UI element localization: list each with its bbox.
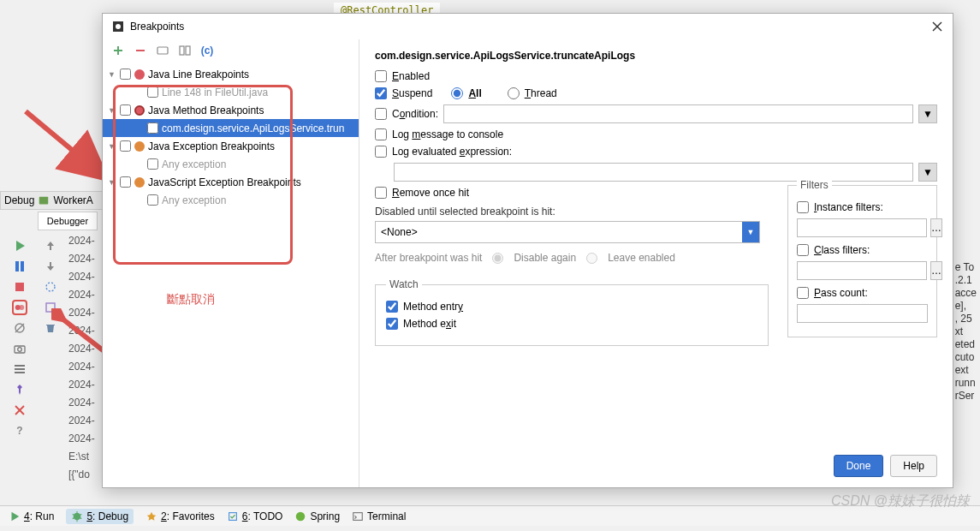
tree-view-button[interactable] <box>178 44 192 57</box>
mute-breakpoints-button[interactable] <box>12 320 27 336</box>
suspend-checkbox[interactable] <box>375 87 387 99</box>
debug-vertical-toolbar-2 <box>41 238 60 336</box>
breakpoint-checkbox[interactable] <box>147 158 158 170</box>
code-gutter-right: e To.2.1accee],, 25xtetedcutoextrunnrSer <box>955 261 977 403</box>
class-filters-input[interactable] <box>797 261 927 280</box>
tab-worker[interactable]: WorkerA <box>53 194 92 206</box>
debug-toolwindow-tabs: Debug WorkerA <box>0 191 107 210</box>
remove-once-checkbox[interactable] <box>375 187 387 199</box>
svg-point-20 <box>296 511 306 521</box>
dialog-close-button[interactable] <box>930 20 944 33</box>
view-breakpoints-button[interactable] <box>12 300 27 315</box>
suspend-all-radio[interactable] <box>451 87 463 99</box>
group-checkbox[interactable] <box>120 69 131 80</box>
tree-item-js-anyexception[interactable]: Any exception <box>103 191 359 209</box>
trash-button[interactable] <box>43 320 58 336</box>
method-exit-checkbox[interactable] <box>386 318 398 330</box>
pin-button[interactable] <box>12 382 27 397</box>
log-eval-label: Log evaluated expression: <box>392 146 512 158</box>
done-button[interactable]: Done <box>834 455 884 477</box>
condition-expand-button[interactable]: ▼ <box>918 104 937 123</box>
close-icon[interactable] <box>12 403 27 418</box>
step-filter-button[interactable] <box>43 279 58 295</box>
class-filters-label: Class filters: <box>814 244 870 256</box>
breakpoint-checkbox[interactable] <box>147 87 158 98</box>
group-by-button[interactable] <box>156 44 169 57</box>
bottom-todo[interactable]: 6: TODO <box>227 510 283 522</box>
remove-once-label: Remove once hit <box>392 187 469 199</box>
chevron-down-icon: ▼ <box>742 222 759 242</box>
log-message-label: Log message to console <box>392 128 503 140</box>
help-button[interactable]: Help <box>890 455 937 477</box>
bottom-debug[interactable]: 5: Debug <box>66 509 134 524</box>
dialog-titlebar: Breakpoints <box>103 14 953 39</box>
tree-group-java-method[interactable]: ▼Java Method Breakpoints <box>103 101 359 119</box>
pause-button[interactable] <box>12 259 27 274</box>
breakpoint-checkbox[interactable] <box>147 194 158 206</box>
bottom-run[interactable]: 4: 4: RunRun <box>9 510 54 522</box>
group-checkbox[interactable] <box>120 176 131 188</box>
dialog-footer: Done Help <box>834 455 937 477</box>
tree-group-java-exception[interactable]: ▼Java Exception Breakpoints <box>103 137 359 155</box>
pass-count-input[interactable] <box>797 304 928 323</box>
settings-button[interactable] <box>12 361 27 377</box>
filter-button[interactable]: (c) <box>200 44 214 57</box>
enabled-checkbox[interactable] <box>375 70 387 82</box>
pass-count-checkbox[interactable] <box>797 287 809 299</box>
group-checkbox[interactable] <box>120 104 131 116</box>
svg-rect-21 <box>353 512 363 520</box>
tree-group-js-exception[interactable]: ▼JavaScript Exception Breakpoints <box>103 173 359 191</box>
bottom-terminal[interactable]: Terminal <box>352 510 406 522</box>
log-eval-expand-button[interactable]: ▼ <box>918 163 937 182</box>
remove-breakpoint-button[interactable] <box>134 44 147 57</box>
svg-point-9 <box>18 348 22 352</box>
instance-filters-label: Instance filters: <box>814 201 883 213</box>
log-eval-input[interactable] <box>394 163 913 182</box>
stop-button[interactable] <box>12 279 27 295</box>
svg-rect-31 <box>157 47 168 54</box>
breakpoint-checkbox[interactable] <box>147 122 158 134</box>
disable-again-radio[interactable] <box>492 253 503 264</box>
instance-filters-checkbox[interactable] <box>797 201 809 213</box>
tab-debug[interactable]: Debug <box>4 194 34 206</box>
breakpoints-dialog: Breakpoints (c) ▼Java Line Breakpoints L… <box>102 13 953 488</box>
annotation-text: 斷點取消 <box>167 292 215 307</box>
add-breakpoint-button[interactable] <box>111 44 125 57</box>
tree-group-java-line[interactable]: ▼Java Line Breakpoints <box>103 65 359 83</box>
step-up-button[interactable] <box>43 238 58 254</box>
svg-point-16 <box>46 283 55 291</box>
condition-input[interactable] <box>443 104 913 123</box>
tree-item-anyexception[interactable]: Any exception <box>103 155 359 173</box>
watch-fieldset-title: Watch <box>386 278 422 290</box>
class-filters-browse[interactable]: … <box>930 261 942 280</box>
group-checkbox[interactable] <box>120 140 131 152</box>
camera-button[interactable] <box>12 341 27 356</box>
suspend-thread-radio[interactable] <box>508 87 520 99</box>
instance-filters-browse[interactable]: … <box>930 218 942 237</box>
tree-item-apilogs[interactable]: com.design.service.ApiLogsService.trun <box>103 119 359 137</box>
log-eval-checkbox[interactable] <box>375 146 387 158</box>
bottom-favorites[interactable]: 2: Favorites <box>146 510 215 522</box>
step-out-button[interactable] <box>43 259 58 274</box>
condition-checkbox[interactable] <box>375 108 387 120</box>
method-entry-checkbox[interactable] <box>386 301 398 313</box>
debug-vertical-toolbar-1: ? <box>10 238 29 439</box>
breakpoint-title: com.design.service.ApiLogsService.trunca… <box>375 50 937 62</box>
log-message-checkbox[interactable] <box>375 128 387 140</box>
tab-debugger[interactable]: Debugger <box>38 212 98 230</box>
breakpoints-tree-panel: (c) ▼Java Line Breakpoints Line 148 in F… <box>103 39 359 487</box>
evaluate-button[interactable] <box>43 300 58 315</box>
instance-filters-input[interactable] <box>797 218 927 237</box>
tree-toolbar: (c) <box>103 39 359 62</box>
disabled-until-select[interactable]: <None>▼ <box>375 221 760 243</box>
class-filters-checkbox[interactable] <box>797 244 809 256</box>
breakpoint-detail-panel: com.design.service.ApiLogsService.trunca… <box>359 39 953 487</box>
tree-item-fileutil[interactable]: Line 148 in FileUtil.java <box>103 83 359 101</box>
svg-rect-3 <box>15 283 24 291</box>
svg-point-5 <box>19 305 24 310</box>
help-icon[interactable]: ? <box>12 423 27 439</box>
resume-button[interactable] <box>12 238 27 254</box>
bottom-spring[interactable]: Spring <box>294 510 340 522</box>
leave-enabled-radio[interactable] <box>586 253 597 264</box>
method-exit-label: Method exit <box>403 318 456 330</box>
